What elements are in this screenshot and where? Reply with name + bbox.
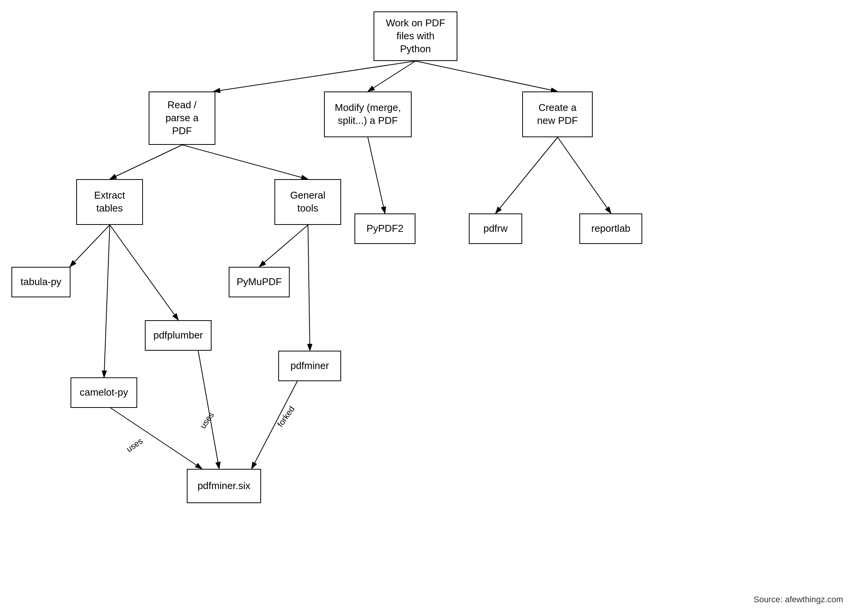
node-root: Work on PDF files with Python bbox=[374, 11, 457, 61]
node-create: Create a new PDF bbox=[522, 91, 593, 137]
node-pypdf2: PyPDF2 bbox=[354, 213, 415, 244]
node-read: Read / parse a PDF bbox=[149, 91, 215, 145]
source-label: Source: afewthingz.com bbox=[754, 595, 843, 605]
svg-line-5 bbox=[182, 145, 308, 179]
edge-label-uses2: uses bbox=[198, 411, 216, 431]
svg-line-13 bbox=[308, 225, 310, 351]
svg-line-4 bbox=[110, 145, 182, 179]
node-pdfrw: pdfrw bbox=[469, 213, 522, 244]
node-reportlab: reportlab bbox=[579, 213, 642, 244]
svg-line-16 bbox=[111, 408, 202, 469]
svg-line-11 bbox=[104, 225, 110, 377]
svg-line-12 bbox=[259, 225, 308, 267]
node-pdfplumber: pdfplumber bbox=[145, 320, 212, 351]
node-modify: Modify (merge, split...) a PDF bbox=[324, 91, 412, 137]
edge-label-uses1: uses bbox=[125, 436, 145, 454]
svg-line-1 bbox=[213, 61, 415, 91]
node-extract: Extract tables bbox=[76, 179, 143, 225]
arrows-svg bbox=[0, 0, 866, 616]
node-general: General tools bbox=[274, 179, 341, 225]
svg-line-15 bbox=[198, 351, 219, 469]
node-pdfminersix: pdfminer.six bbox=[187, 469, 261, 503]
svg-line-6 bbox=[368, 137, 385, 213]
svg-line-9 bbox=[70, 225, 110, 267]
node-tabula: tabula-py bbox=[11, 267, 71, 297]
svg-line-8 bbox=[558, 137, 611, 213]
node-pymupdf: PyMuPDF bbox=[229, 267, 290, 297]
diagram-container: Work on PDF files with Python Read / par… bbox=[0, 0, 866, 616]
svg-line-10 bbox=[110, 225, 178, 320]
svg-line-7 bbox=[496, 137, 558, 213]
svg-line-2 bbox=[368, 61, 415, 91]
svg-line-14 bbox=[252, 381, 297, 469]
node-pdfminer: pdfminer bbox=[278, 351, 341, 381]
edge-label-forked: forked bbox=[275, 404, 297, 429]
svg-line-3 bbox=[415, 61, 558, 91]
node-camelot: camelot-py bbox=[71, 377, 137, 408]
